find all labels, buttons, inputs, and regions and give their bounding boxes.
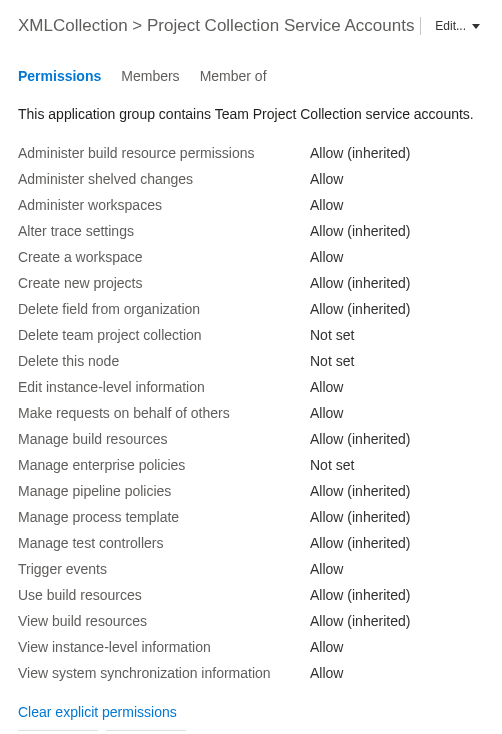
- permission-name: View instance-level information: [18, 639, 310, 655]
- permission-name: Manage pipeline policies: [18, 483, 310, 499]
- permission-name: Administer shelved changes: [18, 171, 310, 187]
- permission-value[interactable]: Allow (inherited): [310, 145, 410, 161]
- permission-row[interactable]: Use build resourcesAllow (inherited): [18, 582, 484, 608]
- action-button-placeholder: [106, 730, 186, 734]
- permission-value[interactable]: Allow: [310, 561, 343, 577]
- permission-row[interactable]: Manage test controllersAllow (inherited): [18, 530, 484, 556]
- chevron-down-icon: [472, 24, 480, 29]
- permission-name: View build resources: [18, 613, 310, 629]
- permission-value[interactable]: Allow (inherited): [310, 587, 410, 603]
- permission-name: Alter trace settings: [18, 223, 310, 239]
- permission-row[interactable]: Alter trace settingsAllow (inherited): [18, 218, 484, 244]
- permission-row[interactable]: Trigger eventsAllow: [18, 556, 484, 582]
- permission-value[interactable]: Allow: [310, 379, 343, 395]
- permission-value[interactable]: Allow (inherited): [310, 509, 410, 525]
- permission-name: Edit instance-level information: [18, 379, 310, 395]
- permission-row[interactable]: View build resourcesAllow (inherited): [18, 608, 484, 634]
- permissions-list: Administer build resource permissionsAll…: [18, 140, 484, 686]
- edit-menu-button[interactable]: Edit...: [431, 19, 484, 33]
- permission-name: Make requests on behalf of others: [18, 405, 310, 421]
- edit-menu-wrap: Edit...: [420, 17, 484, 35]
- clear-permissions-link[interactable]: Clear explicit permissions: [18, 704, 177, 720]
- permission-value[interactable]: Allow (inherited): [310, 301, 410, 317]
- permission-name: Administer build resource permissions: [18, 145, 310, 161]
- group-description: This application group contains Team Pro…: [18, 106, 484, 122]
- permission-value[interactable]: Allow: [310, 249, 343, 265]
- permission-value[interactable]: Allow: [310, 405, 343, 421]
- permission-row[interactable]: Edit instance-level informationAllow: [18, 374, 484, 400]
- permission-name: Delete team project collection: [18, 327, 310, 343]
- permission-row[interactable]: Make requests on behalf of othersAllow: [18, 400, 484, 426]
- permission-name: View system synchronization information: [18, 665, 310, 681]
- permission-name: Create new projects: [18, 275, 310, 291]
- action-button-row: [18, 730, 484, 734]
- permission-value[interactable]: Allow: [310, 197, 343, 213]
- permission-value[interactable]: Not set: [310, 353, 354, 369]
- permission-value[interactable]: Allow (inherited): [310, 483, 410, 499]
- action-button-placeholder: [18, 730, 98, 734]
- permission-row[interactable]: Administer shelved changesAllow: [18, 166, 484, 192]
- permission-row[interactable]: Manage enterprise policiesNot set: [18, 452, 484, 478]
- permission-row[interactable]: Manage process templateAllow (inherited): [18, 504, 484, 530]
- permission-row[interactable]: Create a workspaceAllow: [18, 244, 484, 270]
- permission-value[interactable]: Allow (inherited): [310, 535, 410, 551]
- permission-value[interactable]: Not set: [310, 327, 354, 343]
- permission-row[interactable]: Delete field from organizationAllow (inh…: [18, 296, 484, 322]
- edit-menu-label: Edit...: [435, 19, 466, 33]
- page-header: XMLCollection > Project Collection Servi…: [18, 16, 484, 36]
- permission-name: Delete this node: [18, 353, 310, 369]
- permission-name: Manage process template: [18, 509, 310, 525]
- permission-name: Manage build resources: [18, 431, 310, 447]
- permission-row[interactable]: Administer workspacesAllow: [18, 192, 484, 218]
- permission-name: Manage enterprise policies: [18, 457, 310, 473]
- permission-name: Trigger events: [18, 561, 310, 577]
- permission-name: Administer workspaces: [18, 197, 310, 213]
- permission-value[interactable]: Not set: [310, 457, 354, 473]
- permission-value[interactable]: Allow (inherited): [310, 431, 410, 447]
- permission-value[interactable]: Allow: [310, 171, 343, 187]
- permission-name: Manage test controllers: [18, 535, 310, 551]
- permission-value[interactable]: Allow: [310, 665, 343, 681]
- permission-row[interactable]: Administer build resource permissionsAll…: [18, 140, 484, 166]
- tab-permissions[interactable]: Permissions: [18, 68, 101, 88]
- permission-row[interactable]: View system synchronization informationA…: [18, 660, 484, 686]
- permission-row[interactable]: Delete this nodeNot set: [18, 348, 484, 374]
- breadcrumb[interactable]: XMLCollection > Project Collection Servi…: [18, 16, 414, 36]
- permission-row[interactable]: Manage pipeline policiesAllow (inherited…: [18, 478, 484, 504]
- permission-value[interactable]: Allow: [310, 639, 343, 655]
- permission-row[interactable]: Delete team project collectionNot set: [18, 322, 484, 348]
- tab-bar: PermissionsMembersMember of: [18, 68, 484, 88]
- permission-row[interactable]: Manage build resourcesAllow (inherited): [18, 426, 484, 452]
- permission-value[interactable]: Allow (inherited): [310, 275, 410, 291]
- tab-member-of[interactable]: Member of: [200, 68, 267, 88]
- permission-row[interactable]: View instance-level informationAllow: [18, 634, 484, 660]
- permission-value[interactable]: Allow (inherited): [310, 613, 410, 629]
- tab-members[interactable]: Members: [121, 68, 179, 88]
- permission-name: Delete field from organization: [18, 301, 310, 317]
- permission-value[interactable]: Allow (inherited): [310, 223, 410, 239]
- permission-row[interactable]: Create new projectsAllow (inherited): [18, 270, 484, 296]
- permission-name: Use build resources: [18, 587, 310, 603]
- permission-name: Create a workspace: [18, 249, 310, 265]
